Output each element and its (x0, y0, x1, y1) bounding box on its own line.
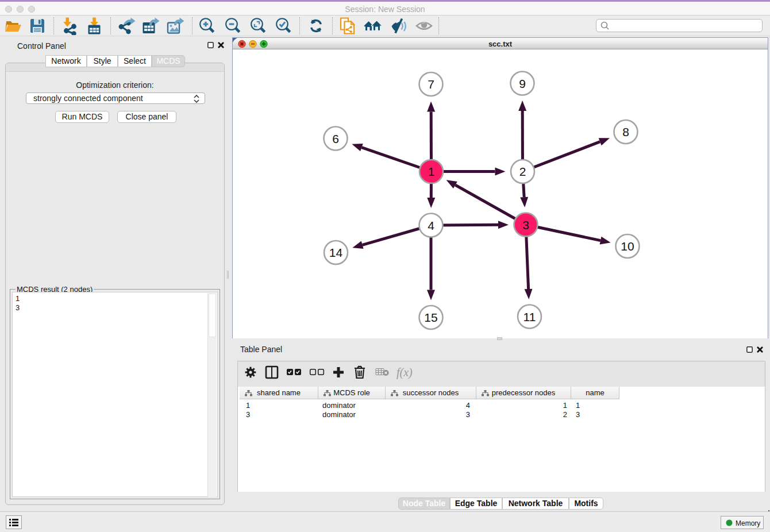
svg-text:10: 10 (621, 240, 634, 253)
svg-text:6: 6 (332, 132, 339, 145)
svg-text:11: 11 (523, 310, 536, 323)
svg-text:4: 4 (428, 219, 434, 232)
svg-text:15: 15 (424, 311, 437, 324)
svg-text:14: 14 (329, 246, 343, 259)
svg-text:8: 8 (622, 125, 629, 138)
svg-text:1: 1 (428, 165, 435, 178)
svg-text:9: 9 (519, 77, 526, 90)
svg-text:7: 7 (428, 78, 434, 91)
svg-text:3: 3 (522, 218, 529, 232)
svg-text:2: 2 (519, 165, 526, 178)
